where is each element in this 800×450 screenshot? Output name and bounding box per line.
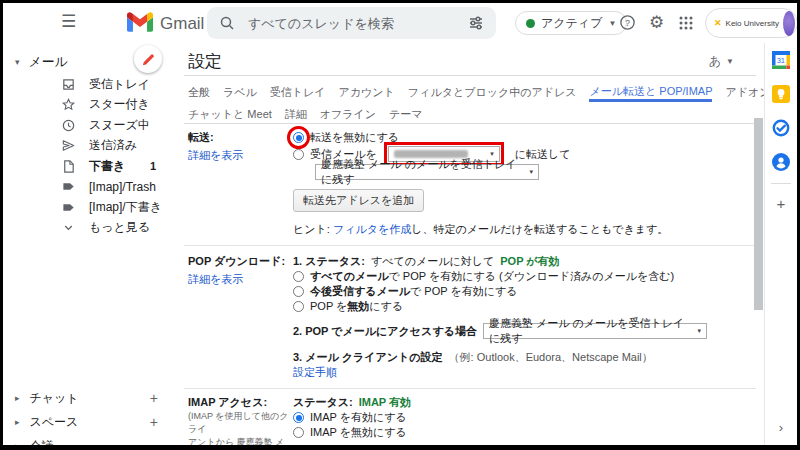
chevron-down-icon: ▼ [726, 57, 734, 66]
pop-access-select[interactable]: 慶應義塾 メール のメールを受信トレイに残す ▾ [483, 323, 707, 339]
search-bar[interactable] [207, 7, 496, 39]
sidebar-footer: ▸ チャット + ▸ スペース + ▸ 会議 [3, 386, 184, 445]
account-org-label: Keio University [726, 19, 779, 28]
keep-copy-select[interactable]: 慶應義塾 メール のメールを受信トレイに残す ▾ [315, 164, 539, 180]
forwarding-details-link[interactable]: 詳細を表示 [188, 148, 243, 163]
help-button[interactable]: ? [619, 14, 636, 34]
tab-offline[interactable]: オフライン [320, 105, 376, 124]
pop-from-now-radio[interactable] [293, 286, 304, 297]
compose-pencil-icon [141, 52, 156, 67]
contacts-icon[interactable] [772, 153, 790, 171]
imap-status-line: ステータス: IMAP 有効 [293, 395, 756, 410]
add-space-button[interactable]: + [150, 414, 158, 430]
select-caret-icon: ▾ [697, 327, 701, 335]
create-filter-link[interactable]: フィルタを作成 [333, 223, 411, 235]
status-chip[interactable]: アクティブ ▼ [515, 11, 627, 35]
search-icon[interactable] [219, 15, 235, 31]
pop-all-radio[interactable] [293, 271, 304, 282]
sidebar-item-meet[interactable]: ▸ 会議 [3, 434, 184, 445]
forward-mail-radio[interactable] [293, 149, 304, 160]
sidebar-item-label: 下書き [89, 158, 125, 175]
star-icon [61, 97, 76, 112]
sidebar-item-drafts[interactable]: 下書き 1 [3, 156, 184, 177]
settings-gear-icon[interactable]: ⚙ [649, 14, 664, 31]
tab-accounts[interactable]: アカウント [339, 83, 395, 102]
gmail-window: ☰ Gmail アクティブ ▼ ? [3, 3, 797, 445]
imap-disable-radio[interactable] [293, 427, 304, 438]
keep-icon[interactable] [772, 85, 790, 103]
gmail-logo[interactable]: Gmail [127, 12, 204, 36]
sidebar-item-label: チャット [30, 390, 79, 407]
tab-inbox[interactable]: 受信トレイ [270, 83, 326, 102]
pop-client-label: 3. メール クライアントの設定 [293, 350, 443, 365]
sidebar-item-snoozed[interactable]: スヌーズ中 [3, 115, 184, 136]
sidebar-item-inbox[interactable]: 受信トレイ [3, 74, 184, 95]
disable-forwarding-option[interactable]: 転送を無効にする [293, 130, 756, 145]
sidebar-item-label: スター付き [89, 96, 150, 113]
pop-option-disable[interactable]: POP を無効にする [293, 299, 756, 314]
account-chip[interactable]: ✕ Keio University [705, 8, 797, 38]
sidebar-item-spaces[interactable]: ▸ スペース + [3, 410, 184, 434]
pop-details-link[interactable]: 詳細を表示 [188, 272, 243, 287]
draft-count-badge: 1 [150, 160, 156, 172]
get-addons-plus-icon[interactable]: + [777, 196, 786, 211]
side-panel-toggle-chevron-icon[interactable]: › [779, 420, 783, 435]
section-heading: IMAP アクセス: [188, 395, 293, 410]
chevron-down-icon: ▼ [608, 19, 616, 28]
imap-access-section: IMAP アクセス: (IMAP を使用して他のクライ アントから 慶應義塾 メ… [184, 389, 756, 445]
pop-option-all[interactable]: すべてのメールで POP を有効にする (ダウンロード済みのメールを含む) [293, 269, 756, 284]
send-icon [61, 138, 76, 153]
sidebar: ▾ メール 受信トレイ スター付き スヌーズ中 [3, 43, 184, 445]
add-chat-button[interactable]: + [150, 390, 158, 406]
tab-filters-blocked[interactable]: フィルタとブロック中のアドレス [408, 83, 577, 102]
sidebar-item-imap-drafts[interactable]: [Imap]/下書き [3, 197, 184, 218]
settings-header: 設定 あ ▼ [184, 43, 756, 76]
pop-option-from-now[interactable]: 今後受信するメールで POP を有効にする [293, 284, 756, 299]
tab-chat-meet[interactable]: チャットと Meet [188, 105, 272, 124]
compose-button[interactable] [134, 45, 162, 73]
pop-disable-radio[interactable] [293, 301, 304, 312]
tab-general[interactable]: 全般 [188, 83, 210, 102]
pop-client-examples: （例: Outlook、Eudora、Netscape Mail） [449, 350, 653, 365]
imap-enable-radio[interactable] [293, 412, 304, 423]
calendar-icon[interactable]: 31 [772, 51, 790, 69]
app-header: ☰ Gmail アクティブ ▼ ? [3, 3, 797, 43]
sidebar-item-imap-trash[interactable]: [Imap]/Trash [3, 177, 184, 198]
settings-tabs: 全般 ラベル 受信トレイ アカウント フィルタとブロック中のアドレス メール転送… [184, 76, 756, 124]
expand-arrow-icon: ▾ [15, 57, 20, 67]
hamburger-menu-icon[interactable]: ☰ [61, 13, 76, 30]
radio-label: 今後受信するメールで POP を有効にする [310, 284, 517, 299]
tab-themes[interactable]: テーマ [389, 105, 423, 124]
sidebar-item-chat[interactable]: ▸ チャット + [3, 386, 184, 410]
tab-forwarding-pop-imap[interactable]: メール転送と POP/IMAP [589, 82, 712, 102]
scrollbar-thumb[interactable] [754, 118, 763, 310]
imap-note: (IMAP を使用して他のクライ アントから 慶應義塾 メール に アクセスしま… [188, 410, 293, 445]
pop-download-section: POP ダウンロード: 詳細を表示 1. ステータス: すべてのメールに対して … [184, 246, 756, 389]
apps-grid-icon[interactable] [679, 16, 693, 33]
add-forwarding-address-button[interactable]: 転送先アドレスを追加 [293, 189, 424, 212]
radio-label: すべてのメールで POP を有効にする (ダウンロード済みのメールを含む) [310, 269, 674, 284]
mail-section-label: メール [29, 53, 69, 71]
disable-forwarding-radio[interactable] [293, 132, 304, 143]
imap-disable-option[interactable]: IMAP を無効にする [293, 425, 756, 440]
sidebar-item-more[interactable]: もっと見る [3, 218, 184, 239]
tab-advanced[interactable]: 詳細 [285, 105, 307, 124]
sidebar-item-sent[interactable]: 送信済み [3, 136, 184, 157]
keio-logo-icon: ✕ [714, 18, 722, 28]
section-heading: 転送: [188, 130, 293, 145]
sidebar-item-label: もっと見る [89, 219, 150, 236]
search-input[interactable] [246, 15, 468, 32]
sidebar-item-label: [Imap]/Trash [89, 180, 156, 194]
imap-enable-option[interactable]: IMAP を有効にする [293, 410, 756, 425]
input-tools-button[interactable]: あ ▼ [709, 53, 734, 70]
tasks-icon[interactable] [772, 119, 790, 137]
setup-instructions-link[interactable]: 設定手順 [293, 365, 337, 380]
pop-access-row: 2. POP でメールにアクセスする場合 慶應義塾 メール のメールを受信トレイ… [293, 322, 756, 340]
mail-section-toggle[interactable]: ▾ メール [15, 53, 68, 71]
sidebar-item-starred[interactable]: スター付き [3, 95, 184, 116]
avatar[interactable] [783, 11, 795, 36]
status-text: すべてのメールに対して [371, 254, 494, 269]
tab-labels[interactable]: ラベル [223, 83, 257, 102]
sidebar-item-label: 送信済み [89, 137, 137, 154]
search-options-tune-icon[interactable] [468, 15, 484, 31]
